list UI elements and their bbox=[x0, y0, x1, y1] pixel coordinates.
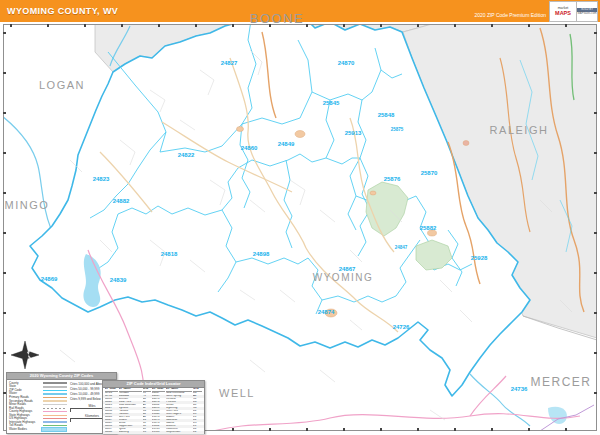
legend-item-swatch bbox=[43, 382, 67, 384]
legend-item-swatch bbox=[43, 421, 67, 423]
publisher-logo: market MAPS SOLD BY MAPSales.com bbox=[549, 1, 598, 20]
legend-city-label: Cities 50,000 - 99,999 bbox=[70, 388, 99, 391]
legend-item: Water Bodies bbox=[9, 428, 67, 432]
legend-item-label: Water Bodies bbox=[9, 428, 41, 431]
zip-table-body: 24726HerndonE524867New RichmondD424736Ma… bbox=[103, 392, 204, 434]
legend-panel: 2020 Wyoming County ZIP Codes CountyStat… bbox=[6, 372, 117, 434]
legend-item-swatch bbox=[43, 397, 67, 398]
legend-item-swatch bbox=[43, 408, 67, 409]
legend-item-swatch bbox=[43, 400, 67, 401]
zip-table-cell: Stephenson bbox=[166, 431, 192, 434]
zip-table-cell: E4 bbox=[193, 431, 202, 434]
legend-city-label: Cities 100,000 and Above bbox=[70, 383, 104, 386]
mapsales-badge: SOLD BY MAPSales.com bbox=[577, 1, 598, 22]
legend-item-swatch bbox=[43, 390, 67, 392]
legend-line-items: CountyStateZIP CodeWaterPrimary RoadsSec… bbox=[9, 382, 67, 432]
legend-city-label: Cities 10,000 - 49,999 bbox=[70, 393, 99, 396]
marketmaps-logo: market MAPS bbox=[549, 1, 577, 22]
zip-index-title: ZIP Code Index/Grid Locator bbox=[103, 381, 204, 388]
legend-city-label: Cities 9,999 and Below bbox=[70, 398, 101, 401]
legend-item-swatch bbox=[43, 404, 67, 405]
legend-item-swatch bbox=[43, 393, 67, 394]
zip-index-table: ZIP Code Index/Grid Locator ZIP CodeZIP … bbox=[102, 380, 205, 434]
legend-item-swatch bbox=[43, 386, 67, 388]
legend-item-swatch bbox=[43, 411, 67, 412]
legend-item-swatch bbox=[43, 415, 67, 416]
zip-table-row: 24860MathenyC325928StephensonE4 bbox=[103, 431, 204, 434]
map-image bbox=[0, 0, 600, 435]
legend-item-swatch bbox=[43, 418, 67, 419]
zip-table-cell: C3 bbox=[143, 431, 152, 434]
legend-title: 2020 Wyoming County ZIP Codes bbox=[7, 373, 116, 380]
zip-table-cell: 24860 bbox=[105, 431, 118, 434]
zip-table-cell: Matheny bbox=[119, 431, 142, 434]
map-canvas: 2482724870258452584825875259132484924860… bbox=[0, 0, 600, 435]
map-page: WYOMING COUNTY, WV 2020 ZIP Code Premium… bbox=[0, 0, 600, 435]
zip-table-cell: 25928 bbox=[152, 431, 165, 434]
legend-item-swatch bbox=[41, 427, 67, 432]
